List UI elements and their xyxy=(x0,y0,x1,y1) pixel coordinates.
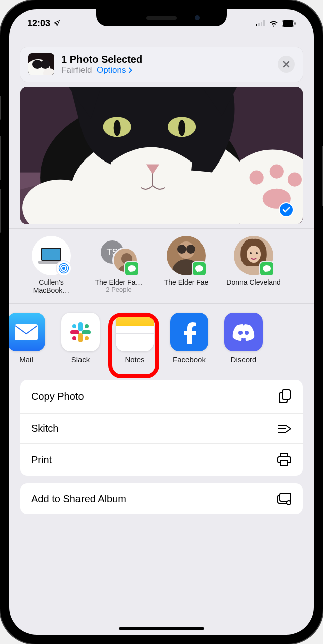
action-copy-photo[interactable]: Copy Photo xyxy=(20,380,303,414)
status-time: 12:03 xyxy=(27,18,50,29)
share-sheet: 1 Photo Selected Fairfield Options xyxy=(9,9,314,635)
photo-illustration xyxy=(20,87,303,224)
svg-point-60 xyxy=(287,501,291,505)
svg-point-36 xyxy=(177,245,186,254)
home-indicator[interactable] xyxy=(119,627,204,630)
svg-point-10 xyxy=(40,60,50,69)
volume-up xyxy=(0,136,1,180)
svg-point-22 xyxy=(270,165,284,179)
close-button[interactable] xyxy=(278,56,295,73)
contact-item-group[interactable]: TS The Elder Fa… 2 People xyxy=(89,236,149,295)
svg-rect-2 xyxy=(261,22,262,26)
svg-rect-6 xyxy=(295,22,296,25)
selected-check xyxy=(279,202,294,217)
check-icon xyxy=(282,207,290,213)
divider xyxy=(9,228,314,229)
contact-item-device[interactable]: Cullen's MacBook… xyxy=(21,236,82,295)
skitch-icon xyxy=(277,423,292,434)
svg-rect-27 xyxy=(42,249,60,260)
app-item-slack[interactable]: Slack xyxy=(60,313,101,364)
contact-item-person[interactable]: Donna Cleveland xyxy=(223,236,284,295)
svg-rect-0 xyxy=(256,24,257,26)
mail-icon xyxy=(14,324,38,341)
messages-badge xyxy=(192,261,207,276)
svg-point-29 xyxy=(62,267,65,270)
contacts-row[interactable]: Cullen's MacBook… TS xyxy=(9,231,314,301)
discord-icon xyxy=(231,323,256,342)
location-arrow-icon xyxy=(53,20,60,27)
contact-name: Cullen's MacBook… xyxy=(21,278,82,295)
share-options-link[interactable]: Options xyxy=(97,65,133,75)
svg-point-41 xyxy=(256,252,258,254)
svg-point-23 xyxy=(288,173,302,187)
svg-point-21 xyxy=(250,171,264,185)
front-camera xyxy=(195,15,200,20)
svg-rect-57 xyxy=(281,461,288,466)
messages-badge xyxy=(259,261,274,276)
svg-rect-46 xyxy=(70,330,79,334)
app-label: Facebook xyxy=(173,355,206,364)
svg-point-40 xyxy=(250,252,252,254)
app-item-discord[interactable]: Discord xyxy=(223,313,264,364)
action-print[interactable]: Print xyxy=(20,444,303,476)
copy-icon xyxy=(278,389,292,404)
share-subtitle-location: Fairfield xyxy=(61,65,92,75)
messages-badge xyxy=(124,261,139,276)
app-label: Slack xyxy=(71,355,90,364)
slack-icon xyxy=(68,320,93,344)
svg-rect-54 xyxy=(282,390,290,399)
svg-point-19 xyxy=(178,120,185,136)
phone-bezel: 12:03 xyxy=(0,0,323,644)
share-title: 1 Photo Selected xyxy=(61,54,271,65)
svg-rect-59 xyxy=(280,493,291,501)
app-label: Discord xyxy=(231,355,257,364)
svg-point-51 xyxy=(238,331,243,335)
contact-name: The Elder Fae xyxy=(164,278,209,295)
action-list-secondary: Add to Shared Album xyxy=(20,483,303,514)
action-skitch[interactable]: Skitch xyxy=(20,414,303,444)
svg-point-37 xyxy=(186,245,195,254)
contact-item-overflow[interactable] xyxy=(291,236,311,295)
airdrop-icon xyxy=(58,263,69,274)
facebook-icon xyxy=(179,320,199,344)
svg-rect-45 xyxy=(78,333,83,342)
header-thumbnail xyxy=(28,53,54,75)
action-add-shared-album[interactable]: Add to Shared Album xyxy=(20,483,303,514)
divider xyxy=(9,303,314,304)
chevron-right-icon xyxy=(128,67,133,73)
svg-rect-42 xyxy=(15,324,38,340)
app-item-facebook[interactable]: Facebook xyxy=(169,313,209,364)
svg-rect-1 xyxy=(258,23,260,26)
speaker-grill xyxy=(146,16,177,20)
svg-point-47 xyxy=(72,324,76,328)
contact-item-person[interactable]: The Elder Fae xyxy=(156,236,216,295)
notch xyxy=(96,9,227,26)
action-list: Copy Photo Skitch Print xyxy=(20,380,303,476)
airdrop-badge xyxy=(56,260,72,276)
print-icon xyxy=(277,453,292,467)
action-label: Skitch xyxy=(31,423,58,434)
svg-point-50 xyxy=(72,336,76,340)
apps-row[interactable]: Mail xyxy=(9,306,314,369)
share-header: 1 Photo Selected Fairfield Options xyxy=(20,47,303,82)
svg-point-52 xyxy=(245,331,249,335)
contact-name: Donna Cleveland xyxy=(226,278,280,295)
wifi-icon xyxy=(269,20,278,27)
app-label: Mail xyxy=(19,355,33,364)
volume-down xyxy=(0,189,1,233)
svg-rect-3 xyxy=(263,20,265,26)
shared-album-icon xyxy=(277,492,292,505)
svg-point-49 xyxy=(85,336,89,340)
photo-preview[interactable] xyxy=(20,87,303,224)
svg-point-17 xyxy=(114,120,121,136)
app-item-notes[interactable]: Notes xyxy=(115,313,155,364)
close-icon xyxy=(283,61,290,68)
mute-switch xyxy=(0,96,1,120)
messages-icon xyxy=(127,265,136,273)
svg-rect-5 xyxy=(283,21,293,26)
svg-point-48 xyxy=(85,324,89,328)
messages-icon xyxy=(195,265,204,273)
svg-rect-44 xyxy=(82,330,91,334)
svg-rect-43 xyxy=(78,322,83,331)
app-item-mail[interactable]: Mail xyxy=(9,313,46,364)
